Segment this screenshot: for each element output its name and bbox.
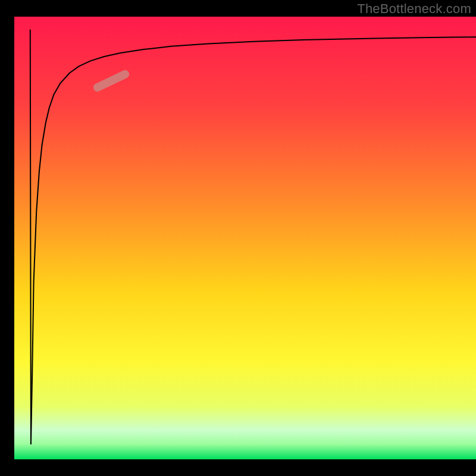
chart-stage: TheBottleneck.com xyxy=(0,0,476,476)
spike-down xyxy=(30,30,31,444)
frame-bottom xyxy=(0,459,476,476)
chart-svg xyxy=(0,0,476,476)
frame-left xyxy=(0,0,14,476)
plot-background xyxy=(14,17,476,459)
watermark-text: TheBottleneck.com xyxy=(357,1,471,17)
